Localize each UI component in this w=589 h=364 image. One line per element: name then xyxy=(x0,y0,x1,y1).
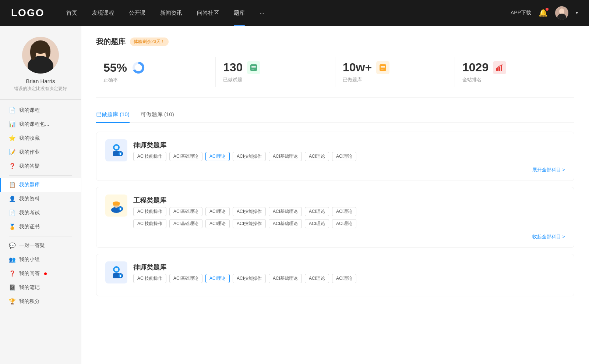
svg-point-8 xyxy=(45,45,50,58)
menu-my-favorites[interactable]: ⭐ 我的收藏 xyxy=(0,131,81,145)
lawyer-bank-icon-1 xyxy=(105,139,127,161)
nav-discover[interactable]: 发现课程 xyxy=(92,8,114,18)
bank-card-lawyer-2-title: 律师类题库 xyxy=(133,263,356,272)
menu-my-points[interactable]: 🏆 我的积分 xyxy=(0,295,81,308)
logo[interactable]: LOGO xyxy=(11,7,44,19)
stat-rank-label: 全站排名 xyxy=(462,76,567,83)
nav-questionbank[interactable]: 题库 xyxy=(234,8,245,18)
law2-tag-5[interactable]: ACI基础理论 xyxy=(269,274,302,283)
app-download-button[interactable]: APP下载 xyxy=(511,10,531,16)
eng-tag-7[interactable]: ACI理论 xyxy=(332,207,356,216)
menu-divider-2 xyxy=(9,236,72,236)
eng-tag-3[interactable]: ACI理论 xyxy=(205,207,230,216)
trial-badge: 体验剩余23天！ xyxy=(130,38,169,46)
user-menu-chevron[interactable]: ▾ xyxy=(576,10,578,15)
svg-rect-19 xyxy=(496,68,498,71)
tag-aci-theory-2[interactable]: ACI理论 xyxy=(305,152,329,161)
svg-point-1 xyxy=(559,8,564,14)
bank-card-lawyer-1-tags: ACI技能操作 ACI基础理论 ACI理论 ACI技能操作 ACI基础理论 AC… xyxy=(133,152,356,161)
stat-done-questions: 130 已做试题 xyxy=(216,57,335,87)
menu-my-notes[interactable]: 📓 我的笔记 xyxy=(0,281,81,295)
tag-aci-skill-op-1[interactable]: ACI技能操作 xyxy=(133,152,166,161)
engineer-svg xyxy=(108,197,124,214)
eng-tag-5[interactable]: ACI基础理论 xyxy=(269,207,302,216)
qa-icon: ❓ xyxy=(9,270,15,277)
menu-my-profile[interactable]: 👤 我的资料 xyxy=(0,192,81,206)
nav-home[interactable]: 首页 xyxy=(66,8,77,18)
engineer-bank-icon xyxy=(105,195,127,217)
eng-tag-8[interactable]: ACI技能操作 xyxy=(133,219,166,228)
menu-one-on-one[interactable]: 💬 一对一答疑 xyxy=(0,239,81,253)
eng-tag-2[interactable]: ACI基础理论 xyxy=(169,207,202,216)
bank-card-engineer-header: 工程类题库 ACI技能操作 ACI基础理论 ACI理论 ACI技能操作 ACI基… xyxy=(105,195,565,228)
eng-tag-4[interactable]: ACI技能操作 xyxy=(233,207,266,216)
menu-my-questions[interactable]: ❓ 我的答疑 xyxy=(0,159,81,173)
expand-lawyer-1[interactable]: 展开全部科目 > xyxy=(105,167,565,173)
points-icon: 🏆 xyxy=(9,298,15,305)
menu-my-questionbank[interactable]: 📋 我的题库 xyxy=(0,178,81,192)
nav-more[interactable]: ··· xyxy=(260,8,264,18)
page-header: 我的题库 体验剩余23天！ xyxy=(96,37,574,47)
certificates-icon: 🏅 xyxy=(9,224,15,230)
menu-my-exams[interactable]: 📄 我的考试 xyxy=(0,206,81,220)
svg-rect-14 xyxy=(251,69,254,69)
eng-tag-10[interactable]: ACI理论 xyxy=(205,219,230,228)
tag-aci-theory-active-1[interactable]: ACI理论 xyxy=(205,152,230,161)
sidebar: Brian Harris 错误的决定比没有决定要好 📄 我的课程 📊 我的课程包… xyxy=(0,26,81,364)
nav-news[interactable]: 新闻资讯 xyxy=(160,8,182,18)
bank-card-engineer-title: 工程类题库 xyxy=(133,196,565,205)
menu-my-homework[interactable]: 📝 我的作业 xyxy=(0,145,81,159)
svg-rect-17 xyxy=(381,67,385,68)
svg-point-31 xyxy=(113,201,120,205)
menu-my-courses[interactable]: 📄 我的课程 xyxy=(0,103,81,117)
menu-my-group[interactable]: 👥 我的小组 xyxy=(0,253,81,267)
favorites-icon: ⭐ xyxy=(9,135,15,142)
collapse-engineer[interactable]: 收起全部科目 > xyxy=(105,233,565,240)
eng-tag-6[interactable]: ACI理论 xyxy=(305,207,329,216)
profile-motto: 错误的决定比没有决定要好 xyxy=(7,86,74,92)
chart-red-icon xyxy=(493,61,506,74)
qa-red-dot xyxy=(44,272,47,275)
page-wrapper: Brian Harris 错误的决定比没有决定要好 📄 我的课程 📊 我的课程包… xyxy=(0,26,589,364)
law2-tag-2[interactable]: ACI基础理论 xyxy=(169,274,202,283)
law2-tag-1[interactable]: ACI技能操作 xyxy=(133,274,166,283)
tag-aci-skill-op-2[interactable]: ACI技能操作 xyxy=(233,152,266,161)
svg-rect-13 xyxy=(251,67,256,68)
law2-tag-active[interactable]: ACI理论 xyxy=(205,274,230,283)
law2-tag-6[interactable]: ACI理论 xyxy=(305,274,329,283)
menu-my-certificates[interactable]: 🏅 我的证书 xyxy=(0,220,81,234)
eng-tag-13[interactable]: ACI理论 xyxy=(305,219,329,228)
eng-tag-1[interactable]: ACI技能操作 xyxy=(133,207,166,216)
eng-tag-12[interactable]: ACI基础理论 xyxy=(269,219,302,228)
eng-tag-14[interactable]: ACI理论 xyxy=(332,219,356,228)
one-on-one-icon: 💬 xyxy=(9,242,15,249)
tag-aci-basic-theory-1[interactable]: ACI基础理论 xyxy=(169,152,202,161)
law2-tag-4[interactable]: ACI技能操作 xyxy=(233,274,266,283)
menu-my-course-packages[interactable]: 📊 我的课程包... xyxy=(0,117,81,131)
my-courses-icon: 📄 xyxy=(9,107,15,114)
user-avatar-nav[interactable] xyxy=(555,6,568,19)
group-icon: 👥 xyxy=(9,256,15,263)
tab-available-banks[interactable]: 可做题库 (10) xyxy=(141,109,174,122)
bank-card-lawyer-2-tags: ACI技能操作 ACI基础理论 ACI理论 ACI技能操作 ACI基础理论 AC… xyxy=(133,274,356,283)
eng-tag-11[interactable]: ACI技能操作 xyxy=(233,219,266,228)
stat-done-label: 已做试题 xyxy=(223,76,328,83)
nav-qa[interactable]: 问答社区 xyxy=(197,8,219,18)
eng-tag-9[interactable]: ACI基础理论 xyxy=(169,219,202,228)
menu-my-qa[interactable]: ❓ 我的问答 xyxy=(0,267,81,281)
tab-done-banks[interactable]: 已做题库 (10) xyxy=(96,109,130,122)
bank-card-engineer: 工程类题库 ACI技能操作 ACI基础理论 ACI理论 ACI技能操作 ACI基… xyxy=(96,187,574,248)
tag-aci-basic-theory-2[interactable]: ACI基础理论 xyxy=(269,152,302,161)
pie-chart-icon xyxy=(131,61,145,75)
main-content: 我的题库 体验剩余23天！ 55% 正确率 xyxy=(81,26,589,364)
doc-orange-icon xyxy=(376,61,389,74)
stat-done-value: 130 xyxy=(223,61,243,74)
svg-rect-16 xyxy=(381,66,385,67)
tag-aci-theory-3[interactable]: ACI理论 xyxy=(332,152,356,161)
law2-tag-7[interactable]: ACI理论 xyxy=(332,274,356,283)
menu-divider-1 xyxy=(9,175,72,176)
stat-banks-label: 已做题库 xyxy=(343,76,447,83)
notification-bell[interactable]: 🔔 xyxy=(539,8,548,17)
bank-card-engineer-tags-row1: ACI技能操作 ACI基础理论 ACI理论 ACI技能操作 ACI基础理论 AC… xyxy=(133,207,565,216)
nav-opencourse[interactable]: 公开课 xyxy=(129,8,145,18)
